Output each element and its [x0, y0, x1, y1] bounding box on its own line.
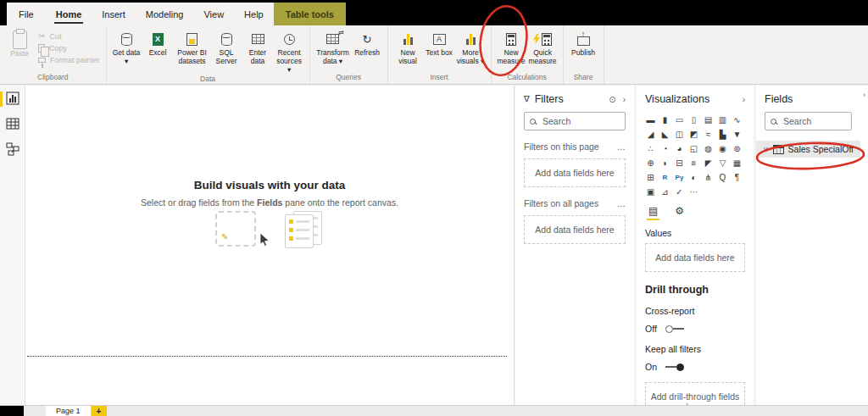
data-group-label: Data [111, 74, 305, 86]
ribbon-group-queries: ⇄ Transform data ▾ ↻ Refresh Queries [310, 25, 388, 84]
paginated-report-icon[interactable]: ▣ [644, 186, 657, 198]
map-icon[interactable]: ◍ [702, 142, 715, 155]
more-options-icon[interactable]: … [617, 198, 626, 208]
waterfall-chart-icon[interactable]: ▙ [716, 128, 729, 141]
collapse-filters-icon[interactable]: › [623, 95, 626, 104]
tab-help[interactable]: Help [234, 3, 274, 25]
multi-row-card-icon[interactable]: ≡ [687, 157, 700, 169]
slicer-icon[interactable]: ▽ [716, 157, 729, 169]
collapse-visualizations-icon[interactable]: › [743, 95, 745, 104]
text-box-button[interactable]: A Text box [424, 27, 455, 58]
keep-all-filters-toggle[interactable] [665, 363, 684, 371]
decomposition-tree-icon[interactable]: ⋔ [702, 171, 715, 184]
line-and-clustered-column-chart-icon[interactable]: ◩ [687, 128, 700, 141]
area-chart-icon[interactable]: ◢ [644, 128, 657, 141]
smart-narrative-icon[interactable]: ¶ [731, 171, 743, 184]
format-subtab[interactable]: ⚙ [675, 205, 684, 220]
publish-button[interactable]: Publish [568, 27, 599, 58]
page-boundary-dotted-line [27, 356, 507, 357]
shape-map-icon[interactable]: ⊚ [731, 142, 743, 155]
tab-file[interactable]: File [7, 3, 46, 25]
new-visual-button[interactable]: New visual [392, 27, 424, 66]
filters-all-pages-label: Filters on all pages [524, 198, 598, 208]
more-options-icon[interactable]: … [617, 141, 626, 152]
card-icon[interactable]: ⊟ [673, 157, 686, 169]
azure-map-icon[interactable]: ⊕ [644, 157, 657, 169]
excel-button[interactable]: X Excel [142, 27, 174, 58]
paste-button[interactable]: Paste [4, 27, 35, 58]
sql-server-button[interactable]: SQL Server [211, 27, 242, 66]
new-measure-button[interactable]: New measure [496, 27, 527, 66]
new-page-button[interactable]: + [92, 406, 107, 416]
format-painter-button[interactable]: Format painter [38, 56, 100, 64]
line-chart-icon[interactable]: ∿ [731, 114, 743, 126]
power-apps-icon[interactable]: ⊿ [659, 186, 671, 198]
field-list-cards [285, 211, 324, 250]
report-canvas[interactable]: Build visuals with your data Select or d… [25, 86, 515, 405]
fields-pane: Fields ∨ Sales SpecialOffer [756, 86, 860, 405]
field-list-card-front [285, 214, 314, 248]
ribbon-chart-icon[interactable]: ≈ [702, 128, 715, 141]
fields-search-input[interactable] [782, 115, 846, 127]
kpi-icon[interactable]: ◤ [702, 157, 715, 169]
keep-all-filters-label: Keep all filters [637, 334, 754, 354]
tab-view[interactable]: View [193, 3, 234, 25]
qa-icon[interactable]: Q [716, 171, 729, 184]
stacked-column-chart-icon[interactable]: ▮ [659, 114, 671, 126]
matrix-icon[interactable]: ⊞ [644, 171, 657, 184]
filled-map-icon[interactable]: ◉ [716, 142, 729, 155]
treemap-icon[interactable]: ◱ [687, 142, 700, 155]
funnel-chart-icon[interactable]: ▼ [731, 128, 743, 141]
tab-insert[interactable]: Insert [92, 3, 136, 25]
more-visuals-button[interactable]: More visuals ▾ [455, 27, 487, 66]
recent-sources-button[interactable]: Recent sources ▾ [274, 27, 305, 74]
pie-chart-icon[interactable]: ◔ [659, 142, 671, 155]
calculator-icon [506, 33, 516, 46]
data-view-button[interactable] [0, 111, 25, 136]
table-icon[interactable]: ▦ [731, 157, 743, 169]
tab-table-tools[interactable]: Table tools [274, 3, 346, 25]
filters-all-pages-dropzone[interactable]: Add data fields here [524, 215, 626, 244]
refresh-button[interactable]: ↻ Refresh [352, 27, 383, 58]
quick-measure-button[interactable]: Quick measure [527, 27, 559, 66]
donut-chart-icon[interactable]: ◕ [673, 142, 686, 155]
show-hide-pane-icon[interactable]: ⊙ [609, 95, 615, 104]
tab-modeling[interactable]: Modeling [136, 3, 194, 25]
line-and-stacked-column-chart-icon[interactable]: ◫ [673, 128, 686, 141]
chevron-down-icon[interactable]: ∨ [763, 145, 769, 153]
get-data-button[interactable]: Get data ▾ [111, 27, 142, 66]
tab-home[interactable]: Home [46, 3, 92, 25]
copy-button[interactable]: Copy [38, 44, 100, 53]
fields-subtab[interactable]: ▤ [648, 205, 658, 220]
100-stacked-bar-chart-icon[interactable]: ▤ [702, 114, 715, 126]
clustered-bar-chart-icon[interactable]: ▭ [673, 114, 686, 126]
metrics-icon[interactable]: ✓ [673, 186, 686, 198]
gauge-icon[interactable]: ◗ [659, 157, 671, 169]
r-script-icon[interactable]: R [659, 171, 671, 184]
model-view-icon [6, 142, 19, 156]
more-options-icon[interactable]: ⋯ [687, 186, 700, 198]
power-bi-datasets-button[interactable]: Power BI datasets [174, 27, 211, 66]
filters-search-input[interactable] [541, 115, 620, 127]
100-stacked-column-chart-icon[interactable]: ▥ [716, 114, 729, 126]
stacked-area-chart-icon[interactable]: ◣ [659, 128, 671, 141]
cut-button[interactable]: ✂ Cut [38, 32, 100, 41]
filters-this-page-dropzone[interactable]: Add data fields here [524, 158, 626, 187]
page-tab-page1[interactable]: Page 1 [46, 406, 92, 416]
stacked-bar-chart-icon[interactable]: ▬ [644, 114, 657, 126]
scatter-chart-icon[interactable]: ∴ [644, 142, 657, 155]
collapse-pane-icon[interactable]: › [863, 91, 865, 99]
report-view-button[interactable] [0, 86, 25, 111]
transform-data-button[interactable]: ⇄ Transform data ▾ [314, 27, 352, 66]
model-view-button[interactable] [0, 136, 25, 162]
clustered-column-chart-icon[interactable]: ▯ [687, 114, 700, 126]
cross-report-toggle[interactable] [665, 325, 684, 333]
key-influencers-icon[interactable]: ◐ [687, 171, 700, 184]
python-script-icon[interactable]: Py [673, 171, 686, 184]
field-table-sales-specialoffer[interactable]: ∨ Sales SpecialOffer [756, 141, 860, 158]
values-dropzone[interactable]: Add data fields here [645, 243, 745, 272]
recent-sources-clock-icon [284, 34, 295, 45]
table-icon [773, 145, 784, 154]
enter-data-button[interactable]: Enter data [242, 27, 274, 66]
menu-bar: File Home Insert Modeling View Help Tabl… [0, 3, 868, 25]
